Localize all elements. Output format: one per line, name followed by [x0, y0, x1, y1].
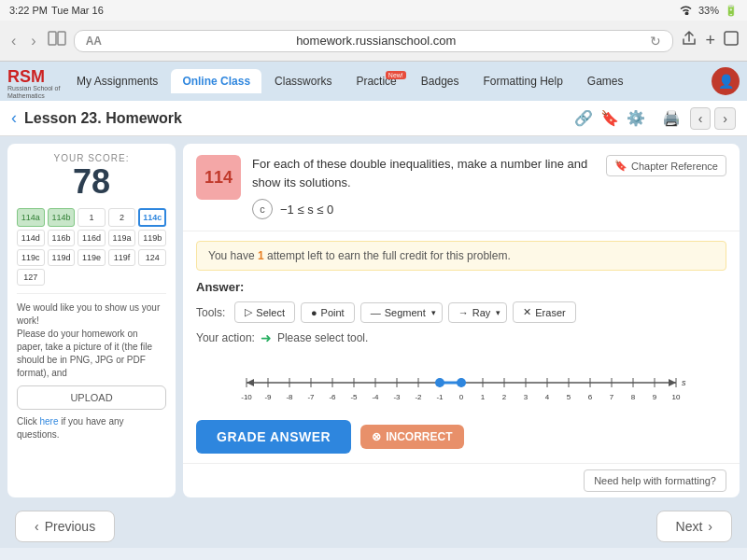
- address-bar[interactable]: AA homework.russianschool.com ↻: [74, 30, 674, 52]
- svg-text:5: 5: [567, 393, 571, 401]
- problem-btn-1[interactable]: 1: [78, 208, 106, 227]
- back-button[interactable]: ‹: [7, 31, 20, 51]
- action-row: Your action: ➜ Please select tool.: [196, 330, 726, 345]
- time: 3:22 PM: [9, 5, 48, 16]
- action-label: Your action:: [196, 331, 255, 344]
- tab-badges[interactable]: Badges: [410, 69, 471, 93]
- problem-btn-116b[interactable]: 116b: [48, 230, 76, 246]
- svg-text:-9: -9: [264, 393, 272, 401]
- number-line-container[interactable]: -10 -9 -8 -7 -6 -5 -4 -3 -2: [196, 355, 726, 411]
- problem-part: c −1 ≤ s ≤ 0: [252, 199, 595, 219]
- tabs-button[interactable]: [723, 30, 740, 51]
- problem-btn-119c[interactable]: 119c: [17, 249, 45, 266]
- problem-header: 114 For each of these double inequalitie…: [183, 144, 740, 231]
- forward-button[interactable]: ›: [27, 31, 39, 51]
- point-icon: ●: [311, 307, 317, 318]
- svg-text:3: 3: [524, 393, 529, 401]
- lesson-icons: 🔗 🔖 ⚙️: [572, 107, 647, 129]
- problem-btn-119b[interactable]: 119b: [138, 230, 166, 246]
- svg-text:8: 8: [631, 393, 636, 401]
- dropdown-arrow-icon-2: ▾: [496, 308, 500, 317]
- reload-button[interactable]: ↻: [650, 34, 661, 49]
- problem-btn-127[interactable]: 127: [17, 269, 45, 286]
- svg-rect-0: [49, 32, 56, 45]
- problem-btn-119d[interactable]: 119d: [48, 249, 76, 266]
- sidebar: YOUR SCORE: 78 114a 114b 1 2 114c 114d 1…: [7, 144, 176, 497]
- previous-button[interactable]: ‹ Previous: [15, 511, 115, 542]
- lesson-title: Lesson 23. Homework: [24, 110, 565, 127]
- svg-text:10: 10: [672, 393, 681, 401]
- problem-btn-119e[interactable]: 119e: [78, 249, 106, 266]
- chapter-reference-button[interactable]: 🔖 Chapter Reference: [606, 155, 726, 176]
- share-button[interactable]: [681, 30, 698, 51]
- svg-text:-7: -7: [307, 393, 315, 401]
- bookmark-icon: 🔖: [614, 160, 627, 172]
- format-help-button[interactable]: Need help with formatting?: [584, 469, 726, 492]
- lesson-back-button[interactable]: ‹: [11, 108, 17, 128]
- browser-chrome: ‹ › AA homework.russianschool.com ↻ +: [0, 21, 747, 62]
- eraser-tool-button[interactable]: ✕ Eraser: [513, 301, 575, 323]
- prev-chevron-icon: ‹: [35, 519, 39, 534]
- svg-text:7: 7: [610, 393, 614, 401]
- url-text: homework.russianschool.com: [107, 34, 644, 48]
- problem-btn-114b[interactable]: 114b: [48, 208, 76, 227]
- settings-lesson-button[interactable]: ⚙️: [625, 107, 647, 129]
- tools-label: Tools:: [196, 306, 225, 319]
- avatar[interactable]: 👤: [712, 67, 740, 95]
- tab-formatting-help[interactable]: Formatting Help: [472, 69, 573, 93]
- ray-icon: →: [458, 307, 469, 318]
- svg-text:2: 2: [502, 393, 507, 401]
- problem-btn-114a[interactable]: 114a: [17, 208, 45, 227]
- svg-text:9: 9: [653, 393, 657, 401]
- score-section: YOUR SCORE: 78: [17, 153, 166, 201]
- svg-text:-4: -4: [372, 393, 379, 401]
- help-link[interactable]: here: [39, 416, 58, 427]
- svg-text:-6: -6: [329, 393, 336, 401]
- grade-answer-button[interactable]: GRADE ANSWER: [196, 420, 351, 454]
- problem-btn-116d[interactable]: 116d: [78, 230, 106, 246]
- tab-games[interactable]: Games: [576, 69, 635, 93]
- svg-rect-1: [58, 32, 65, 45]
- problem-description: For each of these double inequalities, m…: [252, 155, 595, 191]
- bottom-nav: ‹ Previous Next ›: [0, 505, 747, 548]
- text-size-label: AA: [86, 35, 102, 48]
- segment-tool-button[interactable]: — Segment ▾: [360, 302, 443, 323]
- click-here-text: Click here if you have any questions.: [17, 415, 166, 441]
- wifi-icon: [679, 4, 693, 17]
- problem-btn-119a[interactable]: 119a: [108, 230, 136, 246]
- new-tab-button[interactable]: +: [705, 30, 715, 51]
- problem-area: 114 For each of these double inequalitie…: [183, 144, 740, 497]
- upload-button[interactable]: UPLOAD: [17, 385, 166, 410]
- ray-tool-button[interactable]: → Ray ▾: [448, 302, 508, 323]
- next-lesson-button[interactable]: ›: [714, 107, 736, 130]
- svg-text:1: 1: [481, 393, 486, 401]
- select-tool-button[interactable]: ▷ Select: [234, 301, 295, 323]
- next-button[interactable]: Next ›: [656, 511, 732, 542]
- problem-btn-114d[interactable]: 114d: [17, 230, 45, 246]
- dropdown-arrow-icon: ▾: [431, 308, 436, 317]
- svg-rect-2: [725, 32, 738, 45]
- format-help: Need help with formatting?: [183, 463, 740, 497]
- problem-number-badge: 114: [196, 155, 241, 200]
- tab-practice[interactable]: Practice: [345, 69, 407, 93]
- attempt-count: 1: [258, 249, 264, 262]
- bookmark-button[interactable]: 🔖: [599, 107, 621, 129]
- answer-label: Answer:: [196, 280, 726, 294]
- prev-lesson-button[interactable]: ‹: [690, 107, 712, 130]
- problem-btn-2[interactable]: 2: [108, 208, 136, 227]
- reader-mode-button[interactable]: [48, 31, 66, 50]
- cursor-icon: ▷: [245, 306, 252, 318]
- problem-btn-119f[interactable]: 119f: [108, 249, 136, 266]
- date: Tue Mar 16: [51, 5, 104, 16]
- attempt-info: You have 1 attempt left to earn the full…: [196, 241, 726, 271]
- tab-my-assignments[interactable]: My Assignments: [65, 69, 169, 93]
- incorrect-icon: ⊗: [372, 430, 381, 443]
- tab-online-class[interactable]: Online Class: [171, 69, 261, 93]
- print-button[interactable]: 🖨️: [660, 107, 683, 129]
- point-tool-button[interactable]: ● Point: [301, 302, 355, 323]
- tab-classworks[interactable]: Classworks: [263, 69, 343, 93]
- problem-btn-114c[interactable]: 114c: [138, 208, 166, 227]
- problem-btn-124[interactable]: 124: [138, 249, 166, 266]
- share-lesson-button[interactable]: 🔗: [572, 107, 595, 129]
- svg-text:-2: -2: [415, 393, 422, 401]
